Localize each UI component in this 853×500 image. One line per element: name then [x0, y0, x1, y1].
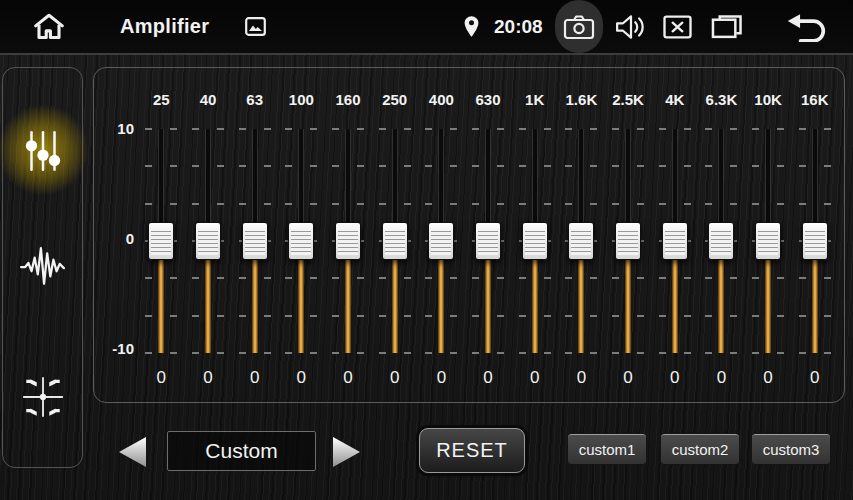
knob-ribs [151, 231, 171, 255]
screenshot-button[interactable] [555, 0, 603, 53]
slider-knob[interactable] [568, 222, 594, 260]
band-slider[interactable] [138, 129, 185, 353]
image-icon[interactable] [240, 0, 270, 53]
slider-knob[interactable] [802, 222, 828, 260]
recent-apps-button[interactable] [706, 0, 748, 53]
back-button[interactable] [782, 0, 832, 53]
band-value-label: 0 [203, 367, 212, 389]
knob-ribs [571, 231, 591, 255]
band-slider[interactable] [651, 129, 698, 353]
slider-knob[interactable] [148, 222, 174, 260]
home-button[interactable] [26, 0, 72, 53]
band-slider[interactable] [698, 129, 745, 353]
close-app-button[interactable] [660, 0, 694, 53]
knob-ribs [758, 231, 778, 255]
knob-ribs [338, 231, 358, 255]
status-bar: Amplifier 20:08 [0, 0, 853, 55]
page-title: Amplifier [120, 0, 209, 53]
eq-bands: 25 0 40 0 63 0 100 [138, 68, 838, 402]
knob-ribs [478, 231, 498, 255]
slider-knob[interactable] [195, 222, 221, 260]
preset-next-button[interactable] [328, 434, 364, 470]
band-slider[interactable] [325, 129, 372, 353]
slider-knob[interactable] [475, 222, 501, 260]
band-slider[interactable] [511, 129, 558, 353]
band-slider[interactable] [231, 129, 278, 353]
slider-knob[interactable] [755, 222, 781, 260]
slider-knob[interactable] [615, 222, 641, 260]
band-value-label: 0 [437, 367, 446, 389]
eq-band: 160 0 [325, 68, 372, 402]
band-slider[interactable] [278, 129, 325, 353]
band-value-label: 0 [343, 367, 352, 389]
back-icon [784, 12, 830, 42]
band-slider[interactable] [745, 129, 792, 353]
band-frequency-label: 63 [246, 90, 263, 110]
eq-band: 25 0 [138, 68, 185, 402]
slider-knob[interactable] [662, 222, 688, 260]
home-icon [32, 12, 66, 42]
band-slider[interactable] [418, 129, 465, 353]
band-value-label: 0 [297, 367, 306, 389]
band-value-label: 0 [577, 367, 586, 389]
arrow-left-icon [115, 434, 151, 470]
knob-ribs [245, 231, 265, 255]
knob-ribs [198, 231, 218, 255]
eq-band: 4K 0 [651, 68, 698, 402]
slider-knob[interactable] [335, 222, 361, 260]
slider-knob[interactable] [382, 222, 408, 260]
knob-ribs [665, 231, 685, 255]
eq-band: 6.3K 0 [698, 68, 745, 402]
knob-ribs [431, 231, 451, 255]
band-frequency-label: 1K [525, 90, 544, 110]
knob-ribs [805, 231, 825, 255]
preset-custom3-button[interactable]: custom3 [751, 433, 831, 465]
knob-ribs [291, 231, 311, 255]
sidebar [2, 67, 83, 468]
eq-band: 400 0 [418, 68, 465, 402]
slider-knob[interactable] [708, 222, 734, 260]
band-value-label: 0 [670, 367, 679, 389]
db-scale: 10 0 -10 [94, 68, 138, 402]
band-slider[interactable] [605, 129, 652, 353]
band-slider[interactable] [558, 129, 605, 353]
waveform-icon [19, 244, 67, 288]
preset-selector[interactable]: Custom [167, 431, 316, 471]
slider-knob[interactable] [288, 222, 314, 260]
speaker-icon [615, 13, 647, 41]
sidebar-item-equalizer[interactable] [3, 128, 82, 174]
preset-previous-button[interactable] [115, 434, 151, 470]
eq-band: 1.6K 0 [558, 68, 605, 402]
clock: 20:08 [494, 0, 543, 53]
location-pin-icon [458, 0, 484, 53]
band-value-label: 0 [390, 367, 399, 389]
slider-knob[interactable] [428, 222, 454, 260]
preset-custom1-button[interactable]: custom1 [567, 433, 647, 465]
recent-apps-icon [710, 14, 744, 40]
slider-knob[interactable] [242, 222, 268, 260]
band-value-label: 0 [483, 367, 492, 389]
band-slider[interactable] [791, 129, 838, 353]
reset-button[interactable]: RESET [419, 428, 525, 473]
band-value-label: 0 [623, 367, 632, 389]
band-value-label: 0 [530, 367, 539, 389]
eq-band: 250 0 [371, 68, 418, 402]
band-frequency-label: 400 [429, 90, 454, 110]
band-frequency-label: 4K [665, 90, 684, 110]
band-frequency-label: 250 [382, 90, 407, 110]
band-frequency-label: 40 [200, 90, 217, 110]
band-slider[interactable] [185, 129, 232, 353]
balance-speakers-icon [20, 374, 66, 420]
close-box-icon [663, 15, 692, 39]
scale-label-mid: 0 [94, 230, 134, 248]
band-frequency-label: 6.3K [706, 90, 738, 110]
slider-knob[interactable] [522, 222, 548, 260]
sidebar-item-balance-fader[interactable] [3, 374, 82, 420]
band-slider[interactable] [371, 129, 418, 353]
sidebar-item-sound-effects[interactable] [3, 244, 82, 288]
band-slider[interactable] [465, 129, 512, 353]
knob-ribs [711, 231, 731, 255]
volume-button[interactable] [610, 0, 652, 53]
knob-ribs [525, 231, 545, 255]
preset-custom2-button[interactable]: custom2 [660, 433, 740, 465]
